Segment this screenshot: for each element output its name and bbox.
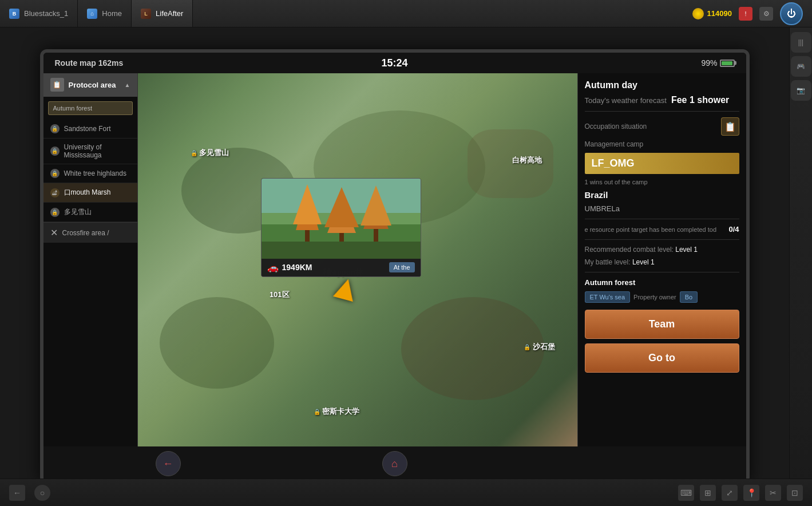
lock-icon-sandstone: 🔒 xyxy=(50,124,60,133)
right-panel: Autumn day Today's weather forecast Fee … xyxy=(577,73,746,446)
distance-popup: 🚗 1949KM At the xyxy=(261,178,421,277)
bs-sidebar-icon1[interactable]: ||| xyxy=(791,32,811,53)
map-label-101: 101区 xyxy=(270,290,290,300)
resource-row: e resource point target has been complet… xyxy=(585,225,739,234)
power-icon: ⏻ xyxy=(787,9,796,19)
tab-home[interactable]: ⌂ Home xyxy=(78,0,132,27)
combat-my-row: My battle level: Level 1 xyxy=(585,258,739,266)
weather-row: Today's weather forecast Fee 1 shower xyxy=(585,95,739,105)
season-label: Autumn day xyxy=(585,80,739,90)
team-button[interactable]: Team xyxy=(585,310,739,339)
svg-rect-12 xyxy=(262,242,421,259)
bs-sidebar-icon2[interactable]: 🎮 xyxy=(791,56,811,77)
tag2: Bo xyxy=(680,291,698,303)
lock-icon: 🔒 xyxy=(191,150,197,156)
game-time: 15:24 xyxy=(381,57,407,69)
game-bottom-bar: ← ⌂ xyxy=(43,446,746,481)
duojian-label: 多见雪山 xyxy=(64,207,92,217)
combat-recommended-value: Level 1 xyxy=(675,246,698,254)
tab-lifeafter[interactable]: L LifeAfter xyxy=(132,0,193,27)
tab-bluestacks1[interactable]: B Bluestacks_1 xyxy=(0,0,78,27)
sort-icon[interactable]: ▲ xyxy=(125,82,130,88)
tab-lifeafter-label: LifeAfter xyxy=(156,9,183,18)
panel-item-duojian[interactable]: 🔒 多见雪山 xyxy=(43,203,137,222)
bs-location-icon[interactable]: 📍 xyxy=(743,485,759,501)
lock-icon-duojian: 🔒 xyxy=(50,208,60,217)
left-panel-header: 📋 Protocol area ▲ xyxy=(43,73,137,97)
battery-indicator: 99% xyxy=(701,58,734,68)
bs-back-icon[interactable]: ← xyxy=(9,485,25,501)
university-label: University of Mississauga xyxy=(64,143,130,159)
bs-right-sidebar: ||| 🎮 📷 xyxy=(789,27,812,506)
bs-expand-icon[interactable]: ⤢ xyxy=(722,485,738,501)
panel-item-university[interactable]: 🔒 University of Mississauga xyxy=(43,139,137,164)
distance-value: 1949KM xyxy=(282,263,312,272)
sandstone-label: Sandstone Fort xyxy=(64,125,111,133)
panel-search-box: Autumn forest xyxy=(48,101,133,115)
bs-copy-icon[interactable]: ⊡ xyxy=(787,485,803,501)
game-area: Route map 162ms 15:24 99% 📋 xyxy=(0,27,789,506)
map-label-baibao: 白树高地 xyxy=(512,155,542,165)
combat-recommended-row: Recommended combat level: Level 1 xyxy=(585,246,739,254)
battery-icon xyxy=(720,60,735,67)
occupation-icon: 📋 xyxy=(721,117,739,136)
combat-my-label: My battle level: xyxy=(585,258,631,266)
divider3 xyxy=(585,239,739,240)
crossfire-label: Crossfire area / xyxy=(62,229,109,237)
occupation-label: Occupation situation xyxy=(585,122,647,131)
panel-item-whitetree[interactable]: 🔒 White tree highlands xyxy=(43,164,137,183)
resource-label: e resource point target has been complet… xyxy=(585,226,729,233)
crossfire-icon: ✕ xyxy=(50,227,58,238)
whitetree-label: White tree highlands xyxy=(64,169,126,177)
back-button[interactable]: ← xyxy=(156,451,181,476)
popup-image xyxy=(262,179,421,259)
coin-icon xyxy=(692,8,704,19)
map-label-moskva: 🔒 密斯卡大学 xyxy=(314,406,360,417)
settings-icon[interactable]: ⚙ xyxy=(759,7,773,21)
bluestacks-frame: B Bluestacks_1 ⌂ Home L LifeAfter 114090… xyxy=(0,0,812,506)
tag-label: Property owner xyxy=(633,294,676,301)
top-bar-right: 114090 ! ⚙ ⏻ xyxy=(692,2,812,25)
weather-value: Fee 1 shower xyxy=(671,95,729,105)
player-arrow xyxy=(333,276,358,302)
home-button[interactable]: ⌂ xyxy=(382,451,407,476)
popup-info: 🚗 1949KM At the xyxy=(262,259,421,276)
game-top-bar: Route map 162ms 15:24 99% xyxy=(43,53,746,73)
divider4 xyxy=(585,272,739,272)
occupation-row: Occupation situation 📋 xyxy=(585,117,739,136)
power-button[interactable]: ⏻ xyxy=(780,2,803,25)
goto-button[interactable]: Go to xyxy=(585,343,739,373)
lock-icon-sha: 🔒 xyxy=(524,344,530,350)
divider2 xyxy=(585,219,739,219)
map-label-shabaobao: 🔒 沙石堡 xyxy=(524,342,555,352)
game-frame: Route map 162ms 15:24 99% 📋 xyxy=(40,49,750,484)
combat-my-value: Level 1 xyxy=(632,258,655,266)
tag1: ET Wu's sea xyxy=(585,291,631,303)
lock-icon-whitetree: 🔒 xyxy=(50,169,60,178)
combat-recommended-label: Recommended combat level: xyxy=(585,246,674,254)
weather-label-text: Today's weather forecast xyxy=(585,96,667,105)
notification-icon[interactable]: ! xyxy=(739,7,752,21)
top-bar: B Bluestacks_1 ⌂ Home L LifeAfter 114090… xyxy=(0,0,812,27)
panel-item-crossfire[interactable]: ✕ Crossfire area / xyxy=(43,222,137,243)
clipboard-icon: 📋 xyxy=(724,121,736,132)
tab-home-label: Home xyxy=(102,9,122,18)
distance-label: 🚗 1949KM xyxy=(267,262,312,273)
bs-circle-icon[interactable]: ○ xyxy=(34,485,50,501)
svg-rect-11 xyxy=(374,229,378,242)
panel-icon: 📋 xyxy=(50,78,64,92)
bs-bottom-bar: ← ○ ⌨ ⊞ ⤢ 📍 ✂ ⊡ xyxy=(0,479,812,506)
map-area[interactable]: 🔒 多见雪山 白树高地 利Nippon林 101区 🔒 沙石堡 🔒 密斯卡大学 xyxy=(138,73,577,446)
divider1 xyxy=(585,111,739,112)
home-icon: ⌂ xyxy=(391,458,398,470)
bs-scissor-icon[interactable]: ✂ xyxy=(765,485,781,501)
lock-icon-mos: 🔒 xyxy=(314,409,320,415)
panel-item-sandstone[interactable]: 🔒 Sandstone Fort xyxy=(43,120,137,139)
bs-bottom-right: ⌨ ⊞ ⤢ 📍 ✂ ⊡ xyxy=(678,485,803,501)
battery-value: 99% xyxy=(701,58,717,68)
panel-item-marsh[interactable]: 🏕 口mouth Marsh xyxy=(43,183,137,203)
bs-sidebar-icon3[interactable]: 📷 xyxy=(791,80,811,101)
camp-name-bar: LF_OMG xyxy=(585,153,739,174)
bs-keyboard-icon[interactable]: ⌨ xyxy=(678,485,694,501)
bs-grid-icon[interactable]: ⊞ xyxy=(700,485,716,501)
